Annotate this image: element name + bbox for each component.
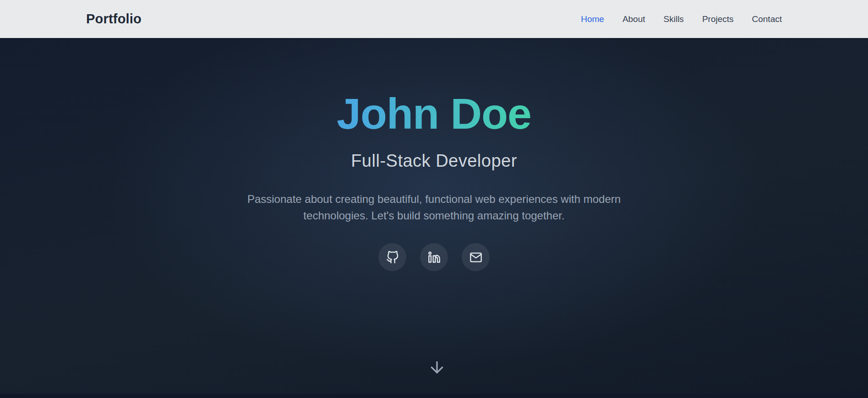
hero-description: Passionate about creating beautiful, fun… bbox=[233, 191, 636, 224]
main-nav: Home About Skills Projects Contact bbox=[581, 14, 782, 24]
hero-section: John Doe Full-Stack Developer Passionate… bbox=[0, 38, 868, 394]
linkedin-button[interactable] bbox=[420, 243, 448, 271]
mail-button[interactable] bbox=[462, 243, 490, 271]
site-header: Portfolio Home About Skills Projects Con… bbox=[0, 0, 868, 38]
nav-link-about[interactable]: About bbox=[622, 14, 645, 24]
github-icon bbox=[386, 251, 399, 264]
linkedin-icon bbox=[428, 251, 441, 264]
site-logo[interactable]: Portfolio bbox=[86, 11, 142, 27]
nav-link-projects[interactable]: Projects bbox=[702, 14, 734, 24]
nav-link-home[interactable]: Home bbox=[581, 14, 604, 24]
github-button[interactable] bbox=[378, 243, 406, 271]
hero-subtitle: Full-Stack Developer bbox=[351, 151, 517, 171]
header-container: Portfolio Home About Skills Projects Con… bbox=[0, 0, 868, 38]
hero-title: John Doe bbox=[337, 92, 531, 136]
next-section-edge bbox=[0, 394, 868, 398]
mail-icon bbox=[469, 251, 482, 264]
nav-link-skills[interactable]: Skills bbox=[664, 14, 684, 24]
arrow-down-icon bbox=[428, 358, 446, 376]
scroll-down-button[interactable] bbox=[428, 358, 446, 376]
social-links bbox=[378, 243, 490, 271]
nav-link-contact[interactable]: Contact bbox=[752, 14, 782, 24]
